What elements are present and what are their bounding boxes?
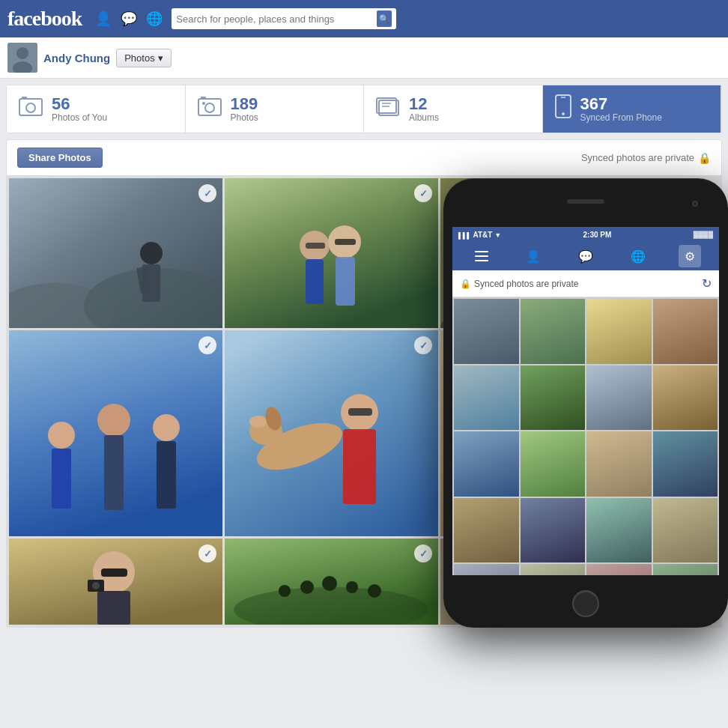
photos-label: Photos bbox=[124, 52, 154, 64]
profile-name: Andy Chung bbox=[43, 52, 110, 64]
phone-photo-16[interactable] bbox=[653, 498, 718, 563]
phone-screen: ▌▌▌ AT&T ▼ 2:30 PM ▓▓▓▓ bbox=[452, 227, 719, 575]
photo-cell-8[interactable]: ✓ bbox=[225, 539, 438, 625]
messages-icon[interactable]: 💬 bbox=[121, 10, 137, 27]
synced-private-text: Synced photos are private bbox=[581, 152, 694, 163]
phone-photo-3[interactable] bbox=[586, 299, 652, 364]
photo-cell-4[interactable]: ✓ bbox=[9, 330, 222, 536]
phone-photo-11[interactable] bbox=[586, 431, 652, 497]
stat-photos-of-you[interactable]: 56 Photos of You bbox=[7, 85, 186, 133]
phone-navbar: 👤 💬 🌐 ⚙ bbox=[452, 242, 719, 270]
phone-overlay: ▌▌▌ AT&T ▼ 2:30 PM ▓▓▓▓ bbox=[443, 178, 728, 628]
phone-statusbar: ▌▌▌ AT&T ▼ 2:30 PM ▓▓▓▓ bbox=[452, 227, 719, 242]
search-input[interactable] bbox=[176, 13, 374, 25]
phone-photo-10[interactable] bbox=[521, 431, 586, 497]
globe-icon[interactable]: 🌐 bbox=[146, 10, 163, 27]
photo-cell-5[interactable]: ✓ bbox=[225, 330, 438, 536]
photo-toolbar: Share Photos Synced photos are private 🔒 bbox=[7, 140, 721, 176]
phone-photo-6[interactable] bbox=[521, 365, 586, 431]
lock-icon: 🔒 bbox=[698, 152, 711, 164]
photo-check-5[interactable]: ✓ bbox=[414, 336, 432, 354]
svg-rect-47 bbox=[348, 408, 372, 416]
photo-check-4[interactable]: ✓ bbox=[198, 336, 216, 354]
svg-point-50 bbox=[249, 416, 267, 428]
photo-check-2[interactable]: ✓ bbox=[414, 184, 432, 202]
svg-point-9 bbox=[202, 102, 205, 105]
phone-photo-9[interactable] bbox=[454, 431, 519, 497]
stat-albums[interactable]: 12 Albums bbox=[364, 85, 543, 133]
phone-chat-icon[interactable]: 💬 bbox=[574, 245, 597, 267]
phone-photo-18[interactable] bbox=[521, 564, 586, 575]
phone-photo-5[interactable] bbox=[454, 365, 519, 431]
phone-photo-grid bbox=[452, 297, 719, 575]
stat-synced-from-phone[interactable]: 367 Synced From Phone bbox=[543, 85, 722, 133]
phone-body: ▌▌▌ AT&T ▼ 2:30 PM ▓▓▓▓ bbox=[443, 178, 728, 628]
svg-rect-73 bbox=[475, 260, 488, 261]
svg-rect-25 bbox=[306, 259, 324, 304]
phone-photo-17[interactable] bbox=[454, 564, 519, 575]
phone-photo-8[interactable] bbox=[653, 365, 718, 431]
svg-rect-46 bbox=[343, 429, 376, 504]
phone-photo-19[interactable] bbox=[586, 564, 652, 575]
phone-photo-4[interactable] bbox=[653, 299, 718, 364]
photo-cell-1[interactable]: ✓ bbox=[9, 178, 222, 328]
search-button[interactable]: 🔍 bbox=[377, 10, 392, 27]
svg-rect-28 bbox=[336, 257, 355, 306]
photo-check-8[interactable]: ✓ bbox=[414, 545, 432, 562]
share-photos-button[interactable]: Share Photos bbox=[17, 148, 103, 168]
synced-private-label: Synced photos are private 🔒 bbox=[581, 152, 711, 164]
svg-point-5 bbox=[26, 103, 35, 112]
phone-photo-15[interactable] bbox=[586, 498, 652, 563]
synced-label: Synced From Phone bbox=[580, 112, 662, 123]
phone-photo-14[interactable] bbox=[521, 498, 586, 563]
phone-time: 2:30 PM bbox=[583, 231, 612, 239]
phone-photo-2[interactable] bbox=[521, 299, 586, 364]
phone-photo-13[interactable] bbox=[454, 498, 519, 563]
photos-label: Photos bbox=[231, 112, 258, 123]
svg-point-1 bbox=[16, 47, 28, 59]
svg-rect-72 bbox=[475, 255, 488, 257]
phone-menu-icon[interactable] bbox=[470, 245, 493, 267]
photos-of-you-label: Photos of You bbox=[52, 112, 107, 123]
svg-point-38 bbox=[48, 422, 75, 449]
photos-of-you-count: 56 bbox=[52, 96, 107, 112]
svg-rect-43 bbox=[157, 441, 176, 509]
phone-globe-icon[interactable]: 🌐 bbox=[627, 245, 649, 267]
svg-point-8 bbox=[205, 103, 214, 112]
svg-rect-58 bbox=[101, 568, 127, 577]
svg-rect-29 bbox=[335, 239, 356, 245]
profile-bar: Andy Chung Photos ▾ bbox=[0, 37, 728, 79]
phone-photo-1[interactable] bbox=[454, 299, 519, 364]
photos-dropdown-button[interactable]: Photos ▾ bbox=[116, 49, 171, 67]
navbar: facebook 👤 💬 🌐 🔍 bbox=[0, 0, 728, 37]
phone-camera bbox=[692, 201, 698, 207]
phone-photo-12[interactable] bbox=[653, 431, 718, 497]
svg-point-63 bbox=[279, 585, 291, 597]
search-bar: 🔍 bbox=[172, 8, 396, 29]
dropdown-arrow: ▾ bbox=[158, 52, 163, 64]
photo-check-1[interactable]: ✓ bbox=[198, 184, 216, 202]
svg-point-64 bbox=[300, 580, 314, 594]
friends-icon[interactable]: 👤 bbox=[95, 10, 112, 27]
svg-point-66 bbox=[346, 581, 358, 593]
svg-rect-41 bbox=[104, 435, 124, 510]
photo-check-7[interactable]: ✓ bbox=[198, 545, 216, 562]
phone-photo-7[interactable] bbox=[586, 365, 652, 431]
phone-gear-icon[interactable]: ⚙ bbox=[679, 245, 701, 267]
phone-refresh-icon[interactable]: ↻ bbox=[702, 276, 712, 291]
phone-carrier: ▌▌▌ AT&T ▼ bbox=[458, 231, 501, 239]
albums-count: 12 bbox=[409, 96, 439, 112]
stat-photos[interactable]: 189 Photos bbox=[186, 85, 365, 133]
svg-point-42 bbox=[153, 414, 180, 441]
phone-photo-20[interactable] bbox=[653, 564, 718, 575]
svg-point-67 bbox=[368, 584, 381, 598]
phone-home-button[interactable] bbox=[572, 590, 599, 617]
main-content: facebook 👤 💬 🌐 🔍 Andy Chung Photos ▾ bbox=[0, 0, 728, 628]
svg-point-60 bbox=[92, 582, 100, 589]
photo-cell-7[interactable]: ✓ bbox=[9, 539, 222, 625]
svg-rect-71 bbox=[475, 251, 488, 252]
phone-friends-icon[interactable]: 👤 bbox=[522, 245, 545, 267]
avatar bbox=[7, 43, 37, 73]
facebook-logo: facebook bbox=[7, 7, 82, 31]
photo-cell-2[interactable]: ✓ bbox=[225, 178, 438, 328]
